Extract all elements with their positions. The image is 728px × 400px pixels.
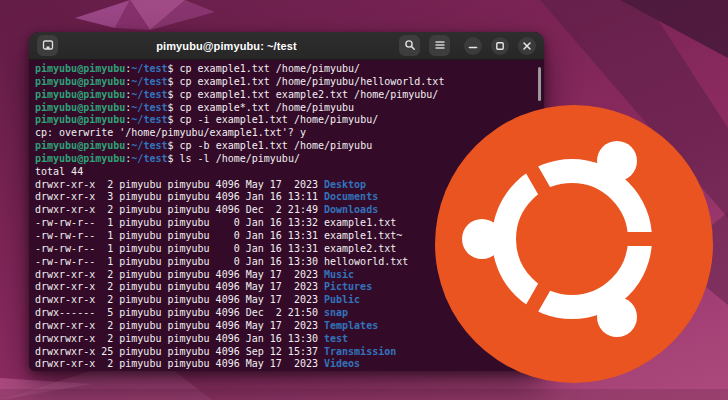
menu-icon xyxy=(434,37,446,55)
terminal-line: pimyubu@pimyubu:~/test$ cp example1.txt … xyxy=(35,63,540,76)
titlebar[interactable]: pimyubu@pimyubu: ~/test xyxy=(29,32,544,60)
maximize-button[interactable] xyxy=(491,37,509,55)
new-tab-icon xyxy=(42,37,54,55)
new-tab-button[interactable] xyxy=(37,35,58,56)
search-button[interactable] xyxy=(399,35,420,56)
minimize-icon xyxy=(468,37,478,55)
close-button[interactable] xyxy=(518,37,536,55)
minimize-button[interactable] xyxy=(464,37,482,55)
ubuntu-logo xyxy=(420,90,728,400)
desktop: { "colors": { "accent": "#E95420", "term… xyxy=(0,0,728,400)
window-title: pimyubu@pimyubu: ~/test xyxy=(58,40,399,52)
close-icon xyxy=(522,37,532,55)
terminal-line: pimyubu@pimyubu:~/test$ cp example1.txt … xyxy=(35,76,540,89)
menu-button[interactable] xyxy=(429,35,450,56)
search-icon xyxy=(404,37,416,55)
maximize-icon xyxy=(495,37,505,55)
